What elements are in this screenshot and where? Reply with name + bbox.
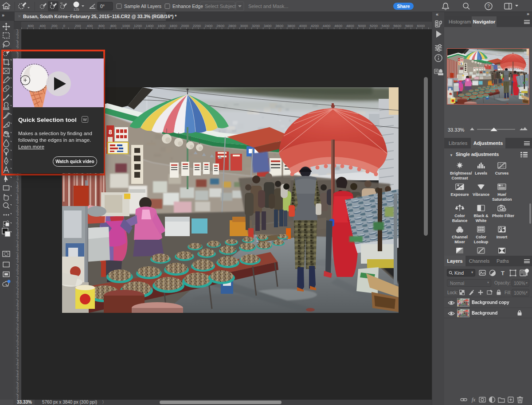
svg-text:Select Subject: Select Subject (205, 4, 236, 9)
svg-text:0°: 0° (100, 4, 105, 9)
svg-text:Sample All Layers: Sample All Layers (124, 4, 161, 9)
svg-text:Select and Mask...: Select and Mask... (248, 4, 289, 9)
svg-text:?: ? (487, 4, 490, 9)
svg-text:T: T (501, 270, 505, 276)
svg-text:fx: fx (472, 397, 476, 403)
svg-text:125: 125 (74, 8, 79, 12)
svg-text:Enhance Edge: Enhance Edge (172, 4, 203, 9)
